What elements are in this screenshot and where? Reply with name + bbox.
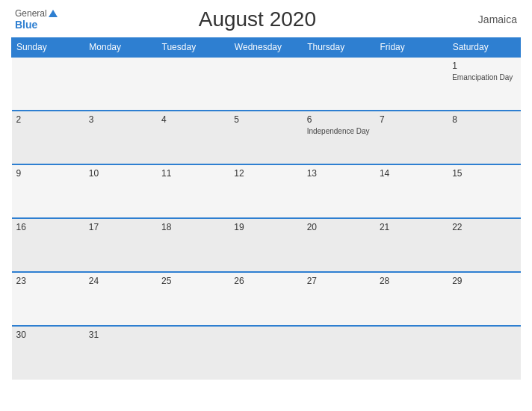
calendar-cell: 26: [229, 272, 302, 326]
day-number: 16: [16, 222, 80, 232]
week-row-3: 9101112131415: [12, 164, 521, 218]
week-row-1: 1Emancipation Day: [12, 57, 521, 111]
calendar-cell: 8: [448, 111, 520, 164]
day-number: 25: [161, 276, 225, 286]
day-number: 19: [234, 222, 297, 232]
logo-general-text: General: [15, 8, 47, 19]
calendar-cell: 10: [84, 164, 157, 218]
day-number: 14: [380, 168, 443, 179]
day-number: 4: [161, 114, 225, 125]
calendar-cell: 20: [303, 218, 375, 272]
day-number: 9: [16, 168, 80, 179]
day-number: 11: [161, 168, 225, 179]
calendar-cell: [375, 57, 448, 111]
calendar-cell: [448, 326, 520, 380]
calendar-title: August 2020: [58, 7, 457, 31]
calendar-cell: 13: [303, 164, 375, 218]
calendar-cell: 16: [12, 218, 84, 272]
calendar-cell: 7: [375, 111, 448, 164]
day-number: 12: [234, 168, 297, 179]
day-number: 26: [234, 276, 297, 286]
day-number: 3: [89, 114, 152, 125]
week-row-4: 16171819202122: [12, 218, 521, 272]
calendar-cell: [157, 57, 229, 111]
day-number: 7: [380, 114, 443, 125]
calendar-cell: 9: [12, 164, 84, 218]
day-number: 24: [89, 276, 152, 286]
day-number: 27: [307, 276, 371, 286]
header-thursday: Thursday: [303, 38, 375, 58]
calendar-cell: 27: [303, 272, 375, 326]
calendar-cell: 25: [157, 272, 229, 326]
calendar-cell: 30: [12, 326, 84, 380]
week-row-2: 23456Independence Day78: [12, 111, 521, 164]
calendar-cell: 23: [12, 272, 84, 326]
header-friday: Friday: [375, 38, 448, 58]
day-number: 1: [452, 61, 516, 71]
calendar-cell: 21: [375, 218, 448, 272]
calendar-container: General Blue August 2020 Jamaica Sunday …: [0, 0, 532, 411]
calendar-cell: [303, 57, 375, 111]
day-number: 22: [452, 222, 516, 232]
calendar-cell: 12: [229, 164, 302, 218]
calendar-table: Sunday Monday Tuesday Wednesday Thursday…: [11, 37, 521, 380]
calendar-cell: [157, 326, 229, 380]
day-number: 2: [16, 114, 80, 125]
calendar-cell: [375, 326, 448, 380]
calendar-cell: 4: [157, 111, 229, 164]
header-saturday: Saturday: [448, 38, 520, 58]
calendar-cell: [303, 326, 375, 380]
calendar-cell: 2: [12, 111, 84, 164]
calendar-header: General Blue August 2020 Jamaica: [11, 7, 521, 31]
week-row-6: 3031: [12, 326, 521, 380]
day-number: 30: [16, 330, 80, 340]
day-number: 15: [452, 168, 516, 179]
calendar-cell: 22: [448, 218, 520, 272]
calendar-cell: [229, 57, 302, 111]
calendar-cell: 14: [375, 164, 448, 218]
calendar-cell: 28: [375, 272, 448, 326]
header-wednesday: Wednesday: [229, 38, 302, 58]
calendar-cell: 31: [84, 326, 157, 380]
header-tuesday: Tuesday: [157, 38, 229, 58]
header-monday: Monday: [84, 38, 157, 58]
day-number: 31: [89, 330, 152, 340]
day-number: 18: [161, 222, 225, 232]
day-number: 6: [307, 114, 371, 125]
day-number: 21: [380, 222, 443, 232]
header-sunday: Sunday: [12, 38, 84, 58]
day-number: 10: [89, 168, 152, 179]
holiday-name: Emancipation Day: [452, 72, 516, 82]
logo-blue-line: Blue: [15, 19, 37, 31]
day-number: 5: [234, 114, 297, 125]
holiday-name: Independence Day: [307, 126, 371, 136]
day-number: 20: [307, 222, 371, 232]
day-number: 28: [380, 276, 443, 286]
calendar-cell: 29: [448, 272, 520, 326]
logo-blue-text: Blue: [15, 19, 37, 31]
logo: General Blue: [15, 8, 58, 31]
calendar-cell: 15: [448, 164, 520, 218]
day-number: 29: [452, 276, 516, 286]
logo-general-line: General: [15, 8, 58, 19]
calendar-cell: 6Independence Day: [303, 111, 375, 164]
calendar-cell: [84, 57, 157, 111]
day-number: 23: [16, 276, 80, 286]
week-row-5: 23242526272829: [12, 272, 521, 326]
calendar-cell: 18: [157, 218, 229, 272]
day-number: 17: [89, 222, 152, 232]
calendar-cell: [12, 57, 84, 111]
logo-triangle-icon: [49, 10, 58, 17]
country-label: Jamaica: [457, 13, 517, 25]
calendar-cell: 19: [229, 218, 302, 272]
days-header-row: Sunday Monday Tuesday Wednesday Thursday…: [12, 38, 521, 58]
calendar-cell: 24: [84, 272, 157, 326]
calendar-cell: 3: [84, 111, 157, 164]
calendar-cell: [229, 326, 302, 380]
calendar-cell: 17: [84, 218, 157, 272]
calendar-cell: 11: [157, 164, 229, 218]
calendar-cell: 1Emancipation Day: [448, 57, 520, 111]
day-number: 13: [307, 168, 371, 179]
day-number: 8: [452, 114, 516, 125]
calendar-cell: 5: [229, 111, 302, 164]
